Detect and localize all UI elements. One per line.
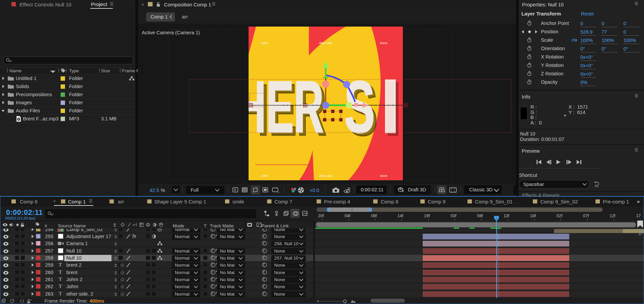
svg-text:other side.: other side. [319, 41, 333, 45]
svg-text:Johm: Johm [261, 174, 268, 178]
svg-text:other side.: other side. [319, 174, 333, 178]
svg-text:Johm: Johm [261, 41, 268, 45]
svg-text:brent: brent [380, 41, 387, 45]
svg-text:brent: brent [380, 174, 387, 178]
